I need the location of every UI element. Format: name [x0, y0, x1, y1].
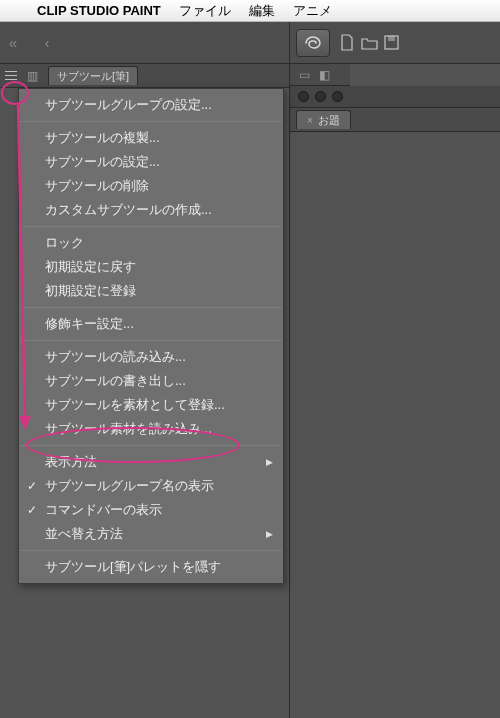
menu-separator	[20, 226, 282, 227]
context-menu-item[interactable]: サブツールの読み込み...	[19, 345, 283, 369]
menu-separator	[20, 307, 282, 308]
context-menu-item[interactable]: サブツールの削除	[19, 174, 283, 198]
window-layout-icon[interactable]: ▭	[296, 68, 312, 82]
context-menu-item[interactable]: サブツールの複製...	[19, 126, 283, 150]
context-menu-item[interactable]: コマンドバーの表示	[19, 498, 283, 522]
menu-file[interactable]: ファイル	[170, 2, 240, 20]
zoom-dot-icon[interactable]	[332, 91, 343, 102]
context-menu-item[interactable]: 初期設定に戻す	[19, 255, 283, 279]
menu-anime[interactable]: アニメ	[284, 2, 341, 20]
context-menu-item[interactable]: 初期設定に登録	[19, 279, 283, 303]
context-menu-item[interactable]: サブツールの設定...	[19, 150, 283, 174]
menu-edit[interactable]: 編集	[240, 2, 284, 20]
close-tab-icon[interactable]: ×	[307, 115, 313, 126]
context-menu-item[interactable]: 表示方法	[19, 450, 283, 474]
subtool-tab-label: サブツール[筆]	[57, 69, 129, 84]
palette-context-menu: サブツールグループの設定...サブツールの複製...サブツールの設定...サブツ…	[18, 88, 284, 584]
context-menu-item[interactable]: サブツール素材を読み込み...	[19, 417, 283, 441]
odai-panel: × お題	[290, 86, 500, 718]
context-menu-item[interactable]: サブツールグループ名の表示	[19, 474, 283, 498]
odai-tab-label: お題	[318, 113, 340, 128]
context-menu-item[interactable]: カスタムサブツールの作成...	[19, 198, 283, 222]
app-toolbar: « ‹	[0, 22, 500, 64]
context-menu-item[interactable]: 並べ替え方法	[19, 522, 283, 546]
menu-separator	[20, 121, 282, 122]
odai-tab[interactable]: × お題	[296, 110, 351, 129]
open-folder-icon[interactable]	[358, 31, 380, 55]
spiral-icon	[303, 35, 323, 51]
window-layout2-icon[interactable]: ◧	[316, 68, 332, 82]
app-name[interactable]: CLIP STUDIO PAINT	[28, 3, 170, 18]
close-dot-icon[interactable]	[298, 91, 309, 102]
palette-tab-bar: ▥ サブツール[筆]	[0, 64, 289, 88]
menu-separator	[20, 550, 282, 551]
panel-titlebar	[290, 86, 500, 108]
context-menu-item[interactable]: サブツールグループの設定...	[19, 93, 283, 117]
svg-rect-1	[388, 36, 395, 41]
collapse-double-icon[interactable]: «	[4, 34, 22, 52]
palette-menu-icon[interactable]	[2, 68, 20, 84]
right-column: ▭ ◧ × お題	[290, 64, 500, 718]
menu-separator	[20, 340, 282, 341]
context-menu-item[interactable]: サブツールを素材として登録...	[19, 393, 283, 417]
minimize-dot-icon[interactable]	[315, 91, 326, 102]
context-menu-item[interactable]: サブツールの書き出し...	[19, 369, 283, 393]
save-icon[interactable]	[380, 31, 402, 55]
context-menu-item[interactable]: ロック	[19, 231, 283, 255]
subtool-tab[interactable]: サブツール[筆]	[48, 66, 138, 85]
back-icon[interactable]: ‹	[38, 34, 56, 52]
context-menu-item[interactable]: サブツール[筆]パレットを隠す	[19, 555, 283, 579]
context-menu-item[interactable]: 修飾キー設定...	[19, 312, 283, 336]
menu-separator	[20, 445, 282, 446]
clip-studio-button[interactable]	[296, 29, 330, 57]
mac-menu-bar: CLIP STUDIO PAINT ファイル 編集 アニメ	[0, 0, 500, 22]
subtool-palette: ▥ サブツール[筆] サブツールグループの設定...サブツールの複製...サブツ…	[0, 64, 290, 718]
new-file-icon[interactable]	[336, 31, 358, 55]
palette-option-icon[interactable]: ▥	[23, 68, 41, 84]
odai-panel-body	[290, 132, 500, 718]
